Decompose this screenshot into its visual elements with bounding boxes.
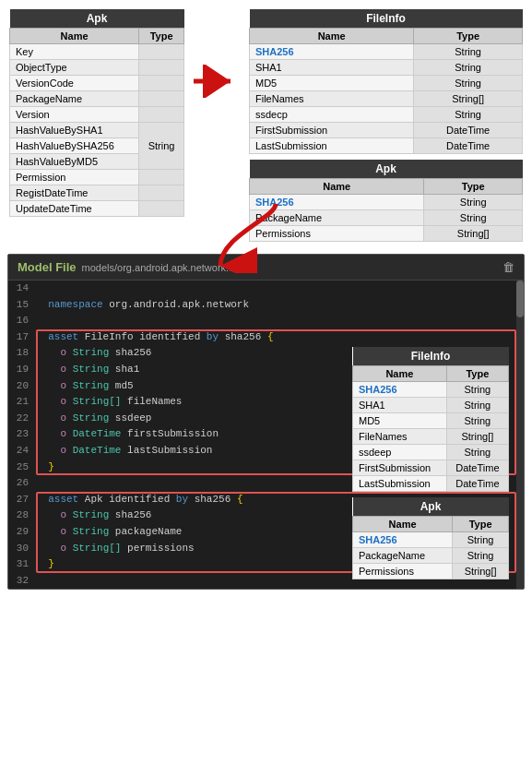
code-body: 14151617181920212223242526272829303132 n… [8, 281, 524, 589]
type-cell: String [139, 123, 184, 170]
line-number: 17 [8, 329, 29, 346]
table-row: FirstSubmission [250, 123, 414, 138]
fileinfo-col-name-top: Name [250, 29, 414, 44]
scrollbar-track[interactable] [516, 281, 524, 589]
code-line: asset FileInfo identified by sha256 { [36, 329, 516, 346]
type-cell: String [446, 413, 508, 429]
table-row: PackageName [353, 548, 453, 564]
line-number: 31 [8, 556, 29, 573]
line-number: 22 [8, 411, 29, 427]
apk2-col-type: Type [424, 179, 523, 195]
line-number: 30 [8, 541, 29, 557]
model-file-header: Model File models/org.android.apk.networ… [8, 255, 524, 281]
type-cell: String [424, 195, 523, 210]
type-cell: DateTime [446, 476, 508, 492]
table-row: LastSubmission [250, 138, 414, 154]
type-cell: String [414, 60, 523, 76]
edit-icon[interactable]: ✎ [248, 261, 256, 273]
table-row: Key [10, 44, 139, 60]
line-number: 32 [8, 573, 29, 590]
table-row: ssdecp [250, 107, 414, 123]
table-row: PackageName [10, 91, 139, 107]
table-row: SHA1 [353, 398, 447, 413]
line-number: 26 [8, 475, 29, 492]
line-number: 25 [8, 460, 29, 476]
code-editor: Model File models/org.android.apk.networ… [7, 254, 525, 590]
table-row: HashValueBySHA256 [10, 138, 139, 154]
type-cell: String [446, 382, 508, 398]
table-row: SHA256 [250, 195, 424, 210]
table-row: SHA1 [250, 60, 414, 76]
line-number: 20 [8, 378, 29, 395]
fileinfo-title-bottom: FileInfo [353, 347, 509, 366]
right-arrow-wrap [194, 9, 240, 98]
type-cell [139, 44, 184, 60]
line-number: 14 [8, 281, 29, 297]
type-cell: String[] [446, 429, 508, 445]
apk-table-bottom: Apk Name Type SHA256StringPackageNameStr… [352, 497, 509, 579]
apk-bottom-col-name: Name [353, 517, 453, 532]
fileinfo-table-bottom: FileInfo Name Type SHA256StringSHA1Strin… [352, 347, 509, 492]
apk-table-top-right: Apk Name Type SHA256StringPackageNameStr… [249, 160, 523, 242]
type-cell: String [414, 76, 523, 91]
table-row: FileNames [353, 429, 447, 445]
line-number: 27 [8, 492, 29, 508]
right-arrow-icon [194, 65, 240, 98]
bottom-right-tables: FileInfo Name Type SHA256StringSHA1Strin… [352, 347, 509, 579]
line-numbers: 14151617181920212223242526272829303132 [8, 281, 36, 589]
delete-icon[interactable]: 🗑 [502, 260, 514, 274]
type-cell: DateTime [414, 123, 523, 138]
type-cell: String [414, 107, 523, 123]
type-cell: String[] [453, 564, 509, 579]
scrollbar-thumb[interactable] [516, 281, 524, 317]
table-row: MD5 [250, 76, 414, 91]
type-cell [139, 76, 184, 91]
model-file-path: models/org.android.apk.network.cto [82, 262, 242, 273]
apk-title-bottom: Apk [353, 497, 509, 517]
model-file-title: Model File [18, 260, 77, 274]
line-number: 29 [8, 524, 29, 541]
apk2-col-name: Name [250, 179, 424, 195]
line-number: 19 [8, 362, 29, 378]
table-row: SHA256 [353, 382, 447, 398]
type-cell: String[] [424, 226, 523, 242]
line-number: 21 [8, 394, 29, 411]
apk2-title: Apk [250, 160, 523, 179]
fileinfo-bottom-col-type: Type [446, 366, 508, 382]
apk-table-title: Apk [10, 9, 184, 29]
table-row: HashValueByMD5 [10, 154, 139, 170]
line-number: 23 [8, 426, 29, 443]
fileinfo-col-type-top: Type [414, 29, 523, 44]
type-cell: String [414, 44, 523, 60]
type-cell [139, 91, 184, 107]
fileinfo-table-top: FileInfo Name Type SHA256StringSHA1Strin… [249, 9, 523, 154]
table-row: RegistDateTime [10, 185, 139, 201]
table-row: FileNames [250, 91, 414, 107]
right-tables: FileInfo Name Type SHA256StringSHA1Strin… [249, 9, 523, 242]
table-row: ssdeep [353, 445, 447, 460]
apk-bottom-col-type: Type [453, 517, 509, 532]
table-row: ObjectType [10, 60, 139, 76]
table-row: Permissions [250, 226, 424, 242]
type-cell: String [453, 548, 509, 564]
top-section: Apk Name Type KeyObjectTypeVersionCodePa… [0, 0, 532, 246]
type-cell: String [424, 210, 523, 226]
table-row: HashValueBySHA1 [10, 123, 139, 138]
type-cell [139, 185, 184, 201]
type-cell [139, 60, 184, 76]
table-row: MD5 [353, 413, 447, 429]
type-cell: DateTime [446, 460, 508, 476]
code-line [36, 313, 516, 329]
fileinfo-title-top: FileInfo [250, 9, 523, 29]
table-row: SHA256 [353, 532, 453, 548]
type-cell: String [446, 445, 508, 460]
apk-table-left: Apk Name Type KeyObjectTypeVersionCodePa… [9, 9, 184, 217]
type-cell: String[] [414, 91, 523, 107]
fileinfo-bottom-col-name: Name [353, 366, 447, 382]
line-number: 18 [8, 345, 29, 362]
type-cell: DateTime [414, 138, 523, 154]
table-row: Permissions [353, 564, 453, 579]
type-cell [139, 170, 184, 185]
apk-col-type: Type [139, 29, 184, 44]
table-row: VersionCode [10, 76, 139, 91]
